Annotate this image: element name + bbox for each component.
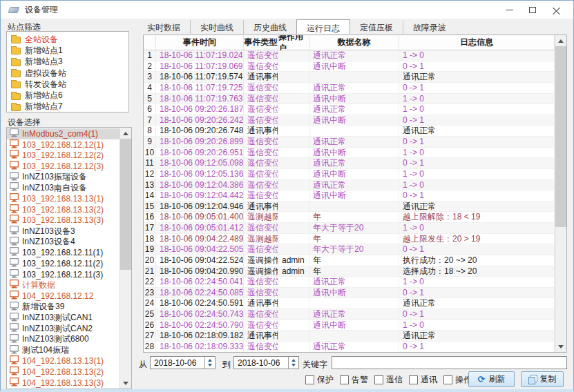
filter-checkbox[interactable]: 遥信 [374, 374, 403, 386]
log-row[interactable]: 218-10-06 11:07:19.069遥信变位通讯中断0 -> 1 [144, 61, 555, 72]
log-row[interactable]: 718-10-06 09:20:26.242遥信变位通讯中断0 -> 1 [144, 115, 555, 126]
log-row[interactable]: 1918-10-06 09:04:22.505遥信变位年大于等于200 -> 1 [144, 244, 555, 255]
log-row[interactable]: 1418-10-06 09:12:04.442遥信变位通讯中断0 -> 1 [144, 190, 555, 202]
device-list-scrollbar[interactable] [119, 128, 131, 389]
site-item[interactable]: 新增站点3 [7, 57, 128, 68]
device-item[interactable]: 103_192.168.12.12(3) [7, 161, 119, 172]
log-cell: 通讯正常 [399, 331, 555, 341]
log-row[interactable]: 1318-10-06 09:12:04.386遥信变位通讯正常1 -> 0 [144, 180, 555, 191]
device-item[interactable]: 104_192.168.13.13(2) [7, 366, 119, 378]
log-row[interactable]: 518-10-06 11:07:19.763遥信变位通讯中断1 -> 0 [144, 94, 555, 105]
log-row[interactable]: 618-10-06 09:20:26.187遥信变位通讯正常1 -> 0 [144, 104, 555, 115]
log-row[interactable]: 1218-10-06 09:12:05.136遥信变位通讯中断1 -> 0 [144, 169, 555, 180]
device-item[interactable]: 测试104振瑞 [7, 345, 119, 356]
tab-item[interactable]: 历史曲线 [243, 20, 296, 34]
log-row[interactable]: 918-10-06 09:20:26.899遥信变位通讯正常0 -> 1 [144, 137, 555, 148]
device-item[interactable]: 104_192.168.13.13(3) [7, 378, 119, 389]
maximize-button[interactable] [521, 2, 544, 17]
date-spinner[interactable] [204, 357, 215, 369]
device-item[interactable]: 103_192.168.12.12(1) [7, 139, 119, 150]
log-row[interactable]: 2818-10-06 02:18:09.333遥信变位通讯正常0 -> 1 [144, 342, 555, 352]
log-row[interactable]: 1018-10-06 09:20:26.951遥信变位通讯中断1 -> 0 [144, 148, 555, 159]
log-row[interactable]: 318-10-06 11:07:19.574通讯事件通讯正常 [144, 72, 555, 83]
device-item[interactable]: 103_192.168.13.13(1) [7, 193, 119, 204]
filter-checkbox[interactable]: 操作 [443, 374, 472, 386]
log-row[interactable]: 2518-10-06 02:24:50.743遥信变位通讯正常0 -> 1 [144, 309, 555, 320]
log-row[interactable]: 2118-10-06 09:04:20.990遥调操作admin年选择成功：18… [144, 266, 555, 277]
device-manager-window: 设备管理 站点筛选 全站设备新增站点1新增站点3虚拟设备站转发设备站新增站点6新… [0, 0, 574, 392]
device-item[interactable]: 103_192.168.12.11(1) [7, 248, 119, 259]
filter-checkbox[interactable]: 告警 [340, 374, 368, 386]
log-cell: 25 [144, 309, 156, 320]
scroll-up-icon[interactable] [120, 128, 131, 139]
log-row[interactable]: 2618-10-06 02:24:50.790遥信变位通讯中断1 -> 0 [144, 320, 555, 331]
tab-item[interactable]: 实时曲线 [190, 20, 243, 34]
date-to-input[interactable] [234, 358, 288, 368]
copy-button[interactable]: 复制 [521, 371, 564, 387]
log-row[interactable]: 1718-10-06 09:05:01.412遥信变位年大于等于201 -> 0 [144, 223, 555, 234]
date-from-input[interactable] [151, 358, 204, 368]
device-list[interactable]: InModbus2_com4(1)103_192.168.12.12(1)103… [7, 128, 119, 389]
device-item[interactable]: InNZ103测试6800 [7, 334, 119, 345]
checkbox-icon[interactable] [340, 375, 349, 384]
device-item[interactable]: 104_192.168.13.13(1) [7, 355, 119, 366]
filter-checkbox[interactable]: 通讯 [409, 374, 437, 386]
log-cell: 通讯正常 [309, 83, 399, 93]
site-item[interactable]: 新增站点7 [7, 101, 128, 112]
device-item[interactable]: InNZ103设备4 [7, 237, 119, 248]
filter-checkbox[interactable]: 保护 [305, 374, 334, 386]
checkbox-icon[interactable] [305, 375, 314, 384]
log-row[interactable]: 1118-10-06 09:12:05.098遥信变位通讯正常0 -> 1 [144, 158, 555, 169]
device-item[interactable]: InNZ103南自设备 [7, 182, 119, 193]
scroll-up-icon[interactable] [555, 35, 566, 46]
scroll-down-icon[interactable] [120, 378, 131, 389]
device-item[interactable]: 103_192.168.13.13(3) [7, 215, 119, 226]
log-row[interactable]: 418-10-06 11:07:19.725遥信变位通讯正常0 -> 1 [144, 83, 555, 94]
device-item[interactable]: InNZ103设备3 [7, 226, 119, 237]
minimize-button[interactable] [497, 2, 521, 17]
log-row[interactable]: 2718-10-06 02:18:09.182通讯事件通讯正常 [144, 331, 555, 342]
tab-item[interactable]: 故障录波 [403, 20, 456, 34]
log-row[interactable]: 118-10-06 11:07:19.024遥信变位通讯正常1 -> 0 [144, 50, 555, 61]
site-item[interactable]: 全站设备 [7, 34, 128, 45]
device-item[interactable]: 103_192.168.12.11(2) [7, 258, 119, 269]
device-item[interactable]: 103_192.168.13.13(2) [7, 204, 119, 215]
device-item[interactable]: InNZ103测试CAN1 [7, 313, 119, 324]
site-item[interactable]: 虚拟设备站 [7, 68, 128, 79]
device-item[interactable]: 计算数据 [7, 280, 119, 291]
scrollbar-thumb[interactable] [120, 139, 131, 270]
scroll-down-icon[interactable] [555, 341, 566, 352]
log-row[interactable]: 2418-10-06 02:24:50.591通讯事件通讯正常 [144, 298, 555, 309]
checkbox-icon[interactable] [443, 375, 452, 384]
site-item[interactable]: 新增站点1 [7, 45, 128, 56]
device-item[interactable]: 103_192.168.12.12(2) [7, 150, 119, 161]
device-item[interactable]: InNZ103振瑞设备 [7, 172, 119, 183]
log-row[interactable]: 1818-10-06 09:04:22.489遥测越限年越上限发生：20 > 1… [144, 234, 555, 245]
date-spinner[interactable] [288, 357, 298, 369]
log-row[interactable]: 2218-10-06 02:24:50.041遥信变位通讯正常1 -> 0 [144, 277, 555, 288]
log-row[interactable]: 2018-10-06 09:04:22.524遥调操作admin年执行成功：20… [144, 255, 555, 266]
log-row[interactable]: 818-10-06 09:20:26.748通讯事件通讯正常 [144, 126, 555, 137]
tab-item[interactable]: 实时数据 [137, 20, 190, 34]
checkbox-icon[interactable] [374, 375, 383, 384]
close-button[interactable] [544, 2, 568, 17]
checkbox-icon[interactable] [409, 375, 418, 384]
keyword-input[interactable] [332, 356, 567, 369]
device-item[interactable]: 104_192.168.12.12 [7, 291, 119, 302]
log-cell: 遥信变位 [244, 169, 278, 179]
device-item[interactable]: 新增设备39 [7, 302, 119, 313]
log-row[interactable]: 1618-10-06 09:05:01.400遥测越限年越上限解除：18 < 1… [144, 212, 555, 223]
tab-item[interactable]: 运行日志 [296, 19, 350, 34]
scrollbar-thumb[interactable] [555, 46, 566, 227]
site-list[interactable]: 全站设备新增站点1新增站点3虚拟设备站转发设备站新增站点6新增站点7 [6, 31, 129, 112]
device-item[interactable]: InModbus2_com4(1) [7, 128, 119, 139]
log-row[interactable]: 2318-10-06 02:24:50.085遥信变位通讯中断0 -> 1 [144, 288, 555, 299]
refresh-button[interactable]: ⟳ 刷新 [468, 371, 515, 387]
device-item[interactable]: InNZ103测试CAN2 [7, 323, 119, 334]
site-item[interactable]: 转发设备站 [7, 79, 128, 90]
site-item[interactable]: 新增站点6 [7, 90, 128, 101]
log-table-scrollbar[interactable] [555, 35, 566, 352]
log-row[interactable]: 1518-10-06 09:12:04.946通讯事件通讯正常 [144, 202, 555, 213]
tab-item[interactable]: 定值压板 [350, 20, 403, 34]
device-item[interactable]: 103_192.168.12.11(3) [7, 269, 119, 280]
